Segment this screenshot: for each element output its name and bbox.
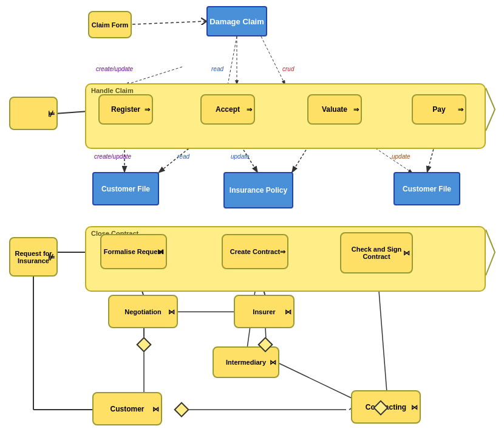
diagram: Handle Claim Close Contract Claim Form D…	[0, 0, 504, 437]
diamond-negotiation	[136, 337, 151, 352]
check-sign-contract-node: Check and Sign Contract ⋈	[340, 232, 413, 274]
customer-file-2-node: Customer File	[393, 172, 460, 205]
negotiation-node: Negotiation ⋈	[108, 295, 178, 328]
insurance-policy-node: Insurance Policy	[223, 172, 293, 208]
formalise-request-node: Formalise Request ⋈	[100, 234, 167, 269]
edge-read-2: read	[177, 153, 189, 160]
svg-line-29	[378, 275, 387, 392]
svg-line-6	[261, 36, 285, 85]
intermediary-node: Intermediary ⋈	[213, 346, 279, 378]
edge-update-2: update	[392, 153, 410, 160]
edge-create-update-1: create/update	[96, 66, 133, 72]
edge-crud: crud	[282, 66, 294, 72]
pay-node: Pay ⇒	[412, 94, 466, 125]
customer-node: Customer ⋈	[92, 392, 162, 425]
insurer-node: Insurer ⋈	[234, 295, 295, 328]
svg-line-2	[132, 21, 206, 24]
diamond-customer	[174, 402, 189, 417]
valuate-node: Valuate ⇒	[307, 94, 362, 125]
svg-line-4	[124, 67, 182, 85]
request-insurance-node: Request for Insurance ⊭	[9, 237, 58, 277]
svg-line-5	[228, 36, 237, 85]
accept-node: Accept ⇒	[200, 94, 255, 125]
claim-form-node: Claim Form	[88, 11, 132, 38]
edge-read-1: read	[211, 66, 223, 72]
edge-create-update-2: create/update	[94, 153, 131, 160]
edge-update-1: update	[231, 153, 250, 160]
damage-occurred-node: ⊭	[9, 97, 58, 130]
customer-file-1-node: Customer File	[92, 172, 159, 205]
register-node: Register ⇒	[98, 94, 153, 125]
damage-claim-node: Damage Claim	[206, 6, 267, 36]
handle-claim-label: Handle Claim	[91, 87, 134, 94]
create-contract-node: Create Contract ⇒	[222, 234, 288, 269]
